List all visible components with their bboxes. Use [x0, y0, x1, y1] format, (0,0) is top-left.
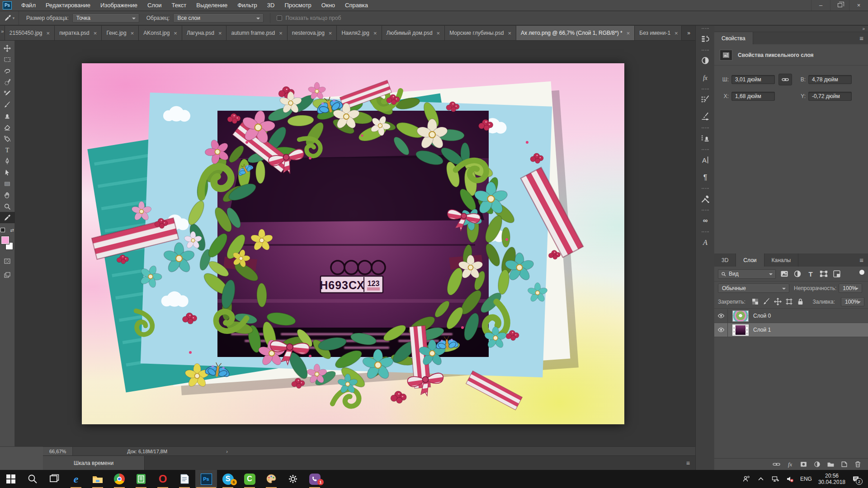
- filter-adjustment-layers-icon[interactable]: [793, 269, 802, 278]
- link-dimensions-button[interactable]: [778, 74, 792, 85]
- tab-close-icon[interactable]: ×: [627, 30, 630, 36]
- document-tab-2[interactable]: пиратка.psd×: [55, 26, 102, 40]
- x-field[interactable]: 1,68 дюйм: [731, 92, 775, 101]
- lock-position-icon[interactable]: [774, 298, 782, 305]
- close-button[interactable]: ×: [849, 0, 868, 10]
- lock-transparency-icon[interactable]: [751, 298, 759, 305]
- filter-smart-objects-icon[interactable]: [832, 269, 841, 278]
- panel-brush-settings-icon[interactable]: [696, 91, 715, 108]
- minimize-button[interactable]: –: [811, 0, 830, 10]
- volume-muted-icon[interactable]: [786, 475, 794, 483]
- menu-item-10[interactable]: Окно: [316, 0, 340, 10]
- blend-mode-dropdown[interactable]: Обычные: [718, 284, 789, 293]
- tab-close-icon[interactable]: ×: [174, 30, 177, 36]
- paint-bucket-tool[interactable]: [0, 133, 15, 144]
- tab-close-icon[interactable]: ×: [675, 30, 678, 36]
- people-icon[interactable]: [742, 475, 750, 483]
- clock[interactable]: 20:56 30.04.2018: [818, 473, 845, 485]
- taskbar-notepad-app[interactable]: [174, 470, 195, 488]
- document-tab-5[interactable]: Лагуна.psd×: [182, 26, 227, 40]
- type-tool[interactable]: T: [0, 144, 15, 155]
- document-tab-8[interactable]: Наиля2.jpg×: [337, 26, 382, 40]
- foreground-color-swatch[interactable]: [1, 236, 9, 244]
- layer-row[interactable]: Слой 0: [714, 309, 868, 323]
- brush-tool[interactable]: [0, 99, 15, 110]
- menu-item-9[interactable]: Просмотр: [279, 0, 316, 10]
- document-tab-12[interactable]: Без имени-1×: [635, 26, 682, 40]
- fill-dropdown[interactable]: 100%: [841, 297, 864, 306]
- zoom-tool[interactable]: [0, 201, 15, 212]
- taskbar-opera-app[interactable]: O: [152, 470, 174, 488]
- eyedropper-tool[interactable]: [0, 212, 15, 223]
- panel-brushes-icon[interactable]: [696, 108, 715, 125]
- restore-button[interactable]: [830, 0, 849, 10]
- tab-close-icon[interactable]: ×: [329, 30, 332, 36]
- document-tab-10[interactable]: Морские глубины.psd×: [445, 26, 516, 40]
- panel-group-grip[interactable]: [702, 149, 709, 150]
- taskbar-explorer-app[interactable]: [87, 470, 108, 488]
- menu-item-11[interactable]: Справка: [340, 0, 373, 10]
- menu-item-6[interactable]: Выделение: [191, 0, 232, 10]
- panel-group-grip[interactable]: [702, 50, 709, 51]
- document-tab-9[interactable]: Любимый дом.psd×: [382, 26, 445, 40]
- tab-close-icon[interactable]: ×: [279, 30, 283, 36]
- lock-all-icon[interactable]: [797, 298, 804, 305]
- panel-group-grip[interactable]: [702, 188, 709, 189]
- taskbar-camtasia-app[interactable]: C: [239, 470, 260, 488]
- menu-item-1[interactable]: Файл: [16, 0, 41, 10]
- current-tool-button[interactable]: ▾: [0, 11, 19, 25]
- lock-artboard-icon[interactable]: [785, 298, 793, 305]
- layer-visibility-eye-icon[interactable]: [714, 323, 728, 337]
- pen-tool[interactable]: [0, 155, 15, 167]
- tray-expand-chevron-icon[interactable]: [757, 475, 765, 483]
- panel-cc-libraries-icon[interactable]: ∞: [696, 212, 715, 229]
- taskbar-reader-app[interactable]: [130, 470, 152, 488]
- rectangle-tool[interactable]: [0, 178, 15, 189]
- delete-layer-icon[interactable]: [854, 460, 862, 468]
- y-field[interactable]: -0,72 дюйм: [808, 92, 852, 101]
- hand-tool[interactable]: [0, 189, 15, 201]
- document-canvas[interactable]: Н693СХ 123: [82, 63, 624, 424]
- panel-tool-presets-icon[interactable]: [696, 190, 715, 207]
- document-tab-6[interactable]: autumn frame.psd×: [226, 26, 287, 40]
- add-mask-icon[interactable]: [800, 460, 807, 468]
- panel-character-icon[interactable]: A: [696, 151, 715, 169]
- opacity-dropdown[interactable]: 100%: [839, 284, 862, 293]
- filter-type-layers-icon[interactable]: T: [806, 269, 815, 278]
- panel-history-icon[interactable]: [696, 30, 715, 47]
- menu-item-8[interactable]: 3D: [262, 0, 280, 10]
- tab-close-icon[interactable]: ×: [373, 30, 377, 36]
- screen-mode-button[interactable]: [0, 269, 15, 281]
- quick-selection-tool[interactable]: [0, 76, 15, 88]
- taskbar-search-button[interactable]: [22, 470, 43, 488]
- tabbar-expand-icon[interactable]: »: [0, 26, 5, 40]
- taskbar-settings-app[interactable]: [282, 470, 304, 488]
- tab-каналы[interactable]: Каналы: [764, 253, 799, 267]
- sample-dropdown[interactable]: Все слои: [173, 14, 264, 23]
- taskbar-start-button[interactable]: [0, 470, 22, 488]
- taskbar-task-view-button[interactable]: [43, 470, 65, 488]
- new-layer-icon[interactable]: [840, 460, 848, 468]
- clone-stamp-tool[interactable]: [0, 110, 15, 122]
- collapse-panels-icon[interactable]: »: [862, 26, 864, 31]
- eraser-tool[interactable]: [0, 122, 15, 133]
- document-tab-7[interactable]: nesterova.jpg×: [288, 26, 337, 40]
- new-group-icon[interactable]: [827, 460, 835, 468]
- status-options-chevron[interactable]: ›: [226, 449, 228, 454]
- tab-timeline[interactable]: Шкала времени: [43, 456, 145, 470]
- quick-mask-button[interactable]: [0, 255, 15, 267]
- rectangular-marquee-tool[interactable]: [0, 54, 15, 65]
- panel-glyphs-icon[interactable]: A: [696, 234, 715, 251]
- layers-menu-icon[interactable]: ≡: [859, 253, 868, 267]
- layer-thumbnail[interactable]: [732, 310, 749, 322]
- panel-group-grip[interactable]: [702, 89, 709, 89]
- tab-close-icon[interactable]: ×: [508, 30, 511, 36]
- default-swap-colors[interactable]: ⇄: [0, 228, 14, 233]
- filter-toggle-switch[interactable]: [859, 270, 864, 278]
- menu-item-4[interactable]: Слои: [142, 0, 167, 10]
- panel-adjustments-icon[interactable]: [696, 52, 715, 69]
- taskbar-chrome-app[interactable]: [108, 470, 130, 488]
- link-layers-icon[interactable]: [773, 460, 780, 468]
- layer-row[interactable]: Слой 1: [714, 323, 868, 337]
- zoom-level-field[interactable]: 66,67%: [43, 447, 73, 455]
